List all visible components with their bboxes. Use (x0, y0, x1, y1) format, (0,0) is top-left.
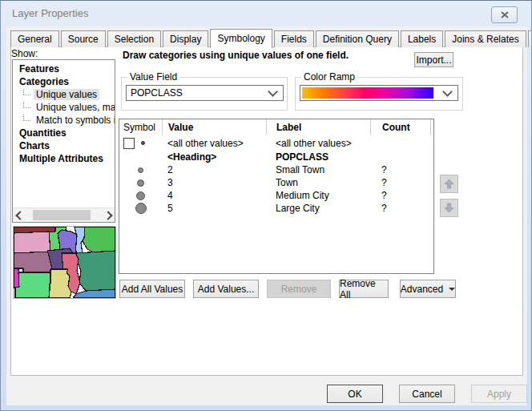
column-label: Label (266, 119, 370, 135)
show-tree: Features Categories Unique values Unique… (12, 59, 115, 223)
tree-item-categories[interactable]: Categories (13, 75, 115, 88)
tab-general[interactable]: General (10, 30, 59, 47)
tab-source[interactable]: Source (61, 30, 106, 47)
point-symbol-icon (141, 141, 145, 145)
close-icon (501, 10, 509, 21)
chevron-right-icon (103, 211, 112, 220)
chevron-down-icon (268, 87, 278, 97)
add-all-values-button[interactable]: Add All Values (119, 280, 185, 298)
scroll-right-button[interactable] (101, 208, 115, 222)
value-field-value: POPCLASS (131, 87, 183, 99)
remove-all-button[interactable]: Remove All (339, 280, 389, 298)
panel-heading: Draw categories using unique values of o… (123, 50, 349, 61)
color-ramp-dropdown[interactable] (300, 85, 458, 101)
unique-values-table: Symbol Value Label Count <all other valu… (119, 119, 434, 274)
tab-strip: General Source Selection Display Symbolo… (10, 28, 532, 47)
import-button[interactable]: Import... (414, 52, 453, 67)
tab-selection[interactable]: Selection (107, 30, 161, 47)
states-preview-image (14, 227, 115, 298)
tree-horizontal-scrollbar[interactable] (13, 208, 115, 222)
column-symbol: Symbol (119, 119, 162, 135)
tree-item-charts[interactable]: Charts (13, 139, 115, 152)
tab-definition-query[interactable]: Definition Query (316, 30, 399, 47)
all-other-values-checkbox[interactable] (123, 138, 135, 149)
table-row[interactable]: <all other values> <all other values> (119, 135, 433, 151)
column-value: Value (162, 119, 266, 135)
table-header: Symbol Value Label Count (119, 119, 433, 135)
table-row[interactable]: 3 Town ? (119, 176, 433, 189)
chevron-left-icon (15, 211, 24, 220)
tab-symbology[interactable]: Symbology (210, 29, 272, 48)
tab-joins-relates[interactable]: Joins & Relates (445, 30, 526, 47)
window-title: Layer Properties (12, 1, 88, 26)
color-ramp-swatch (302, 87, 433, 99)
tab-fields[interactable]: Fields (274, 30, 314, 47)
tree-item-features[interactable]: Features (13, 62, 115, 75)
scroll-left-button[interactable] (13, 208, 26, 222)
map-preview (13, 226, 116, 299)
ok-button[interactable]: OK (327, 385, 383, 403)
tree-item-quantities[interactable]: Quantities (13, 127, 115, 139)
table-row[interactable]: 4 Medium City ? (119, 189, 433, 202)
tree-item-unique-values[interactable]: Unique values (13, 88, 115, 101)
chevron-down-icon (442, 87, 453, 97)
caret-down-icon (449, 288, 455, 291)
table-row[interactable]: <Heading> POPCLASS (119, 151, 433, 163)
close-button[interactable] (491, 6, 518, 23)
tab-display[interactable]: Display (163, 30, 208, 47)
table-row[interactable]: 2 Small Town ? (119, 163, 433, 176)
point-symbol-icon[interactable] (138, 167, 143, 173)
move-up-button[interactable] (440, 175, 458, 193)
tab-labels[interactable]: Labels (401, 30, 443, 47)
scrollbar-thumb[interactable] (33, 210, 91, 220)
table-row[interactable]: 5 Large City ? (119, 202, 433, 215)
point-symbol-icon[interactable] (137, 179, 144, 187)
value-field-label: Value Field (127, 71, 179, 83)
remove-button: Remove (267, 280, 331, 298)
point-symbol-icon[interactable] (136, 191, 145, 200)
tab-time[interactable]: Time (528, 30, 532, 47)
column-count: Count (370, 119, 430, 135)
add-values-button[interactable]: Add Values... (193, 280, 259, 298)
color-ramp-label: Color Ramp (301, 71, 357, 83)
cancel-button[interactable]: Cancel (399, 385, 455, 403)
advanced-button[interactable]: Advanced (400, 280, 456, 298)
point-symbol-icon[interactable] (135, 203, 147, 214)
tree-item-match-to-symbols[interactable]: Match to symbols in a (13, 114, 115, 127)
tree-item-unique-values-many[interactable]: Unique values, many (13, 101, 115, 114)
value-field-dropdown[interactable]: POPCLASS (126, 85, 284, 101)
arrow-down-icon (443, 202, 455, 214)
show-label: Show: (11, 48, 38, 59)
arrow-up-icon (443, 178, 455, 190)
tree-item-multiple-attributes[interactable]: Multiple Attributes (13, 152, 115, 165)
layer-properties-dialog: Layer Properties General Source Selectio… (0, 0, 532, 411)
move-down-button[interactable] (440, 199, 458, 217)
apply-button: Apply (471, 385, 527, 403)
